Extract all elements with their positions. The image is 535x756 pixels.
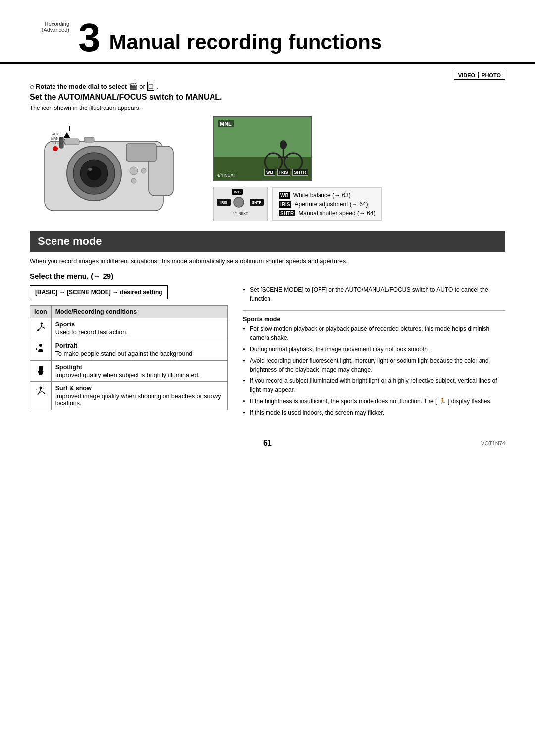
sports-bullet-2: Avoid recording under fluorescent light,…	[243, 356, 505, 374]
wb-info-item-2: SHTR Manual shutter speed (→ 64)	[279, 210, 375, 216]
page-footer: 61 VQT1N74	[0, 424, 535, 453]
sports-bullet-5: If this mode is used indoors, the screen…	[243, 408, 505, 417]
video-photo-badge: VIDEO PHOTO	[30, 64, 505, 82]
mode-symbol-photo: □	[147, 82, 154, 91]
photo-badge: PHOTO	[482, 72, 501, 78]
sports-bullet-1: During normal playback, the image moveme…	[243, 345, 505, 354]
sports-mode-notes-title: Sports mode	[243, 316, 505, 323]
svg-text:*: *	[36, 389, 38, 392]
surf-snow-mode-cell: Surf & snow Improved image quality when …	[51, 381, 227, 410]
or-text: or	[139, 83, 145, 90]
svg-point-11	[141, 168, 146, 173]
svg-point-46	[39, 386, 42, 389]
wb-tag: WB	[279, 192, 290, 199]
svg-text:SHTR: SHTR	[252, 201, 261, 204]
svg-point-10	[130, 167, 138, 175]
svg-rect-7	[64, 139, 79, 145]
sports-bullets-list: For slow-motion playback or playback pau…	[243, 324, 505, 417]
chapter-label: Recording (Advanced)	[30, 18, 69, 33]
cancel-note-text: Set [SCENE MODE] to [OFF] or the AUTO/MA…	[250, 286, 488, 302]
svg-text:FOCUS: FOCUS	[53, 141, 65, 145]
shtr-tag: SHTR	[279, 210, 295, 216]
spotlight-mode-cell: Spotlight Improved quality when subject …	[51, 360, 227, 381]
portrait-icon	[35, 342, 47, 354]
sports-bullet-text-5: If this mode is used indoors, the screen…	[250, 409, 384, 416]
svg-point-6	[88, 168, 92, 171]
control-panel-box: WB IRIS SHTR 4/4 NEXT WB White balance (…	[213, 187, 505, 221]
left-column: [BASIC] → [SCENE MODE] → desired setting…	[30, 285, 228, 415]
svg-point-43	[39, 344, 42, 347]
sports-mode-cell: Sports Used to record fast action.	[51, 318, 227, 339]
portrait-mode-name: Portrait	[55, 342, 223, 349]
wb-info-list: WB White balance (→ 63) IRIS Aperture ad…	[272, 187, 382, 221]
table-row-sports: Sports Used to record fast action.	[30, 318, 228, 339]
chapter-number-block: 3 Manual recording functions	[78, 18, 382, 57]
icon-shown-text: The icon shown in the illustration appea…	[30, 105, 505, 111]
sports-icon	[35, 321, 47, 333]
right-column: Set [SCENE MODE] to [OFF] or the AUTO/MA…	[243, 285, 505, 424]
svg-marker-45	[38, 371, 44, 375]
table-row-spotlight: Spotlight Improved quality when subject …	[30, 360, 228, 381]
screen-icons-row: WB IRIS SHTR	[264, 169, 308, 176]
scene-mode-section-header: Scene mode	[30, 231, 505, 252]
bullet-divider	[243, 310, 505, 311]
rotate-instruction-text: Rotate the mode dial to select	[36, 83, 127, 90]
illustration-right: MNL WB IRIS SHTR 4/4 NEXT WB	[213, 116, 505, 221]
screen-mnl-label: MNL	[218, 120, 234, 127]
surf-snow-mode-name: Surf & snow	[55, 385, 223, 392]
spotlight-icon-cell	[30, 360, 52, 381]
svg-marker-17	[63, 132, 70, 138]
spotlight-description: Improved quality when subject is brightl…	[55, 372, 200, 378]
sports-bullet-0: For slow-motion playback or playback pau…	[243, 324, 505, 342]
basic-setting-box: [BASIC] → [SCENE MODE] → desired setting	[30, 285, 168, 299]
sports-bullet-text-4: If the brightness is insufficient, the s…	[250, 398, 492, 405]
rotate-instruction: ◇ Rotate the mode dial to select 🎬 or □ …	[30, 82, 505, 91]
camera-svg: AUTO MANUAL FOCUS	[30, 116, 188, 220]
advanced-label: (Advanced)	[42, 27, 69, 33]
sports-mode-notes-section: Sports mode For slow-motion playback or …	[243, 316, 505, 417]
svg-point-33	[234, 197, 244, 207]
page-number: 61	[263, 439, 272, 448]
svg-line-47	[40, 389, 41, 392]
iris-text: Aperture adjustment (→ 64)	[294, 201, 368, 208]
two-column-layout: [BASIC] → [SCENE MODE] → desired setting…	[30, 285, 505, 424]
illustration-row: AUTO MANUAL FOCUS	[30, 116, 505, 222]
wb-info-item-1: IRIS Aperture adjustment (→ 64)	[279, 201, 375, 208]
screen-iris-badge: IRIS	[277, 169, 290, 176]
surf-snow-description: Improved image quality when shooting on …	[55, 393, 221, 407]
sports-bullet-3: If you record a subject illuminated with…	[243, 377, 505, 394]
diamond-icon: ◇	[30, 83, 34, 90]
wb-text: White balance (→ 63)	[293, 192, 351, 199]
sports-bullet-4: If the brightness is insufficient, the s…	[243, 397, 505, 406]
svg-text:4/4 NEXT: 4/4 NEXT	[233, 212, 248, 215]
screen-preview: MNL WB IRIS SHTR 4/4 NEXT	[213, 116, 312, 181]
chapter-header: Recording (Advanced) 3 Manual recording …	[0, 0, 535, 64]
cancel-note-list: Set [SCENE MODE] to [OFF] or the AUTO/MA…	[243, 285, 505, 303]
table-header-icon: Icon	[30, 305, 52, 318]
mode-symbol-video: 🎬	[129, 82, 137, 90]
spotlight-mode-name: Spotlight	[55, 364, 223, 371]
surf-snow-icon-cell: * *	[30, 381, 52, 410]
scene-mode-table: Icon Mode/Recording conditions	[30, 305, 228, 410]
svg-rect-8	[84, 137, 94, 142]
svg-rect-44	[39, 366, 43, 371]
wb-info-item-0: WB White balance (→ 63)	[279, 192, 375, 199]
recording-label: Recording	[45, 21, 69, 27]
svg-point-41	[37, 329, 39, 331]
svg-text:AUTO: AUTO	[52, 132, 62, 136]
svg-text:WB: WB	[234, 190, 241, 194]
table-header-mode: Mode/Recording conditions	[51, 305, 227, 318]
doc-code: VQT1N74	[481, 440, 505, 446]
sports-mode-name: Sports	[55, 321, 223, 328]
svg-line-42	[43, 327, 45, 328]
portrait-icon-cell	[30, 339, 52, 360]
screen-bottom-text: 4/4 NEXT	[217, 173, 236, 178]
main-content: VIDEO PHOTO ◇ Rotate the mode dial to se…	[0, 64, 535, 424]
iris-tag: IRIS	[279, 201, 291, 208]
sports-bullet-text-0: For slow-motion playback or playback pau…	[250, 325, 489, 341]
video-badge: VIDEO	[458, 72, 475, 78]
portrait-mode-cell: Portrait To make people stand out agains…	[51, 339, 227, 360]
screen-wb-badge: WB	[264, 169, 275, 176]
period-text: .	[156, 83, 158, 90]
shtr-text: Manual shutter speed (→ 64)	[298, 210, 375, 216]
